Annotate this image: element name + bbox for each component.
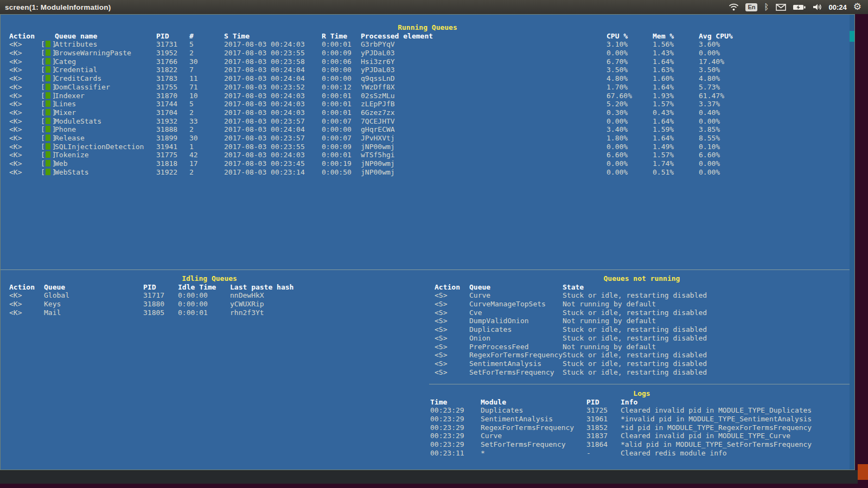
row-cpu: 0.00% (607, 49, 653, 57)
green-bar-icon (46, 100, 50, 107)
logs-title: Logs (429, 389, 854, 398)
row-time: 00:23:29 (430, 440, 481, 449)
row-s-time: 2017-08-03 00:24:04 (224, 74, 322, 83)
row-action: <S> (435, 291, 469, 300)
scrollbar-thumb[interactable] (850, 31, 854, 42)
row-count: 2 (189, 49, 224, 57)
not-running-queue-row: <S> Cve Stuck or idle, restarting disabl… (429, 309, 854, 317)
bluetooth-icon[interactable]: ᛒ (764, 2, 769, 12)
mail-icon[interactable] (776, 2, 786, 12)
row-idle-time: 0:00:00 (178, 300, 230, 309)
row-mem: 1.57% (653, 100, 699, 108)
idling-queues-section: Idling Queues Action Queue PID Idle Time… (1, 274, 418, 317)
row-processed-element: 02sSzMLu (361, 92, 607, 100)
green-bar-icon (46, 151, 50, 158)
session-gear-icon[interactable]: ⚙ (853, 2, 861, 12)
row-avg-cpu: 3.37% (699, 100, 720, 108)
green-bar-icon (46, 49, 50, 56)
row-pid: 31725 (586, 406, 621, 415)
row-pid: 31783 (156, 74, 189, 83)
row-action: <K> (9, 300, 44, 309)
row-mem: 0.43% (653, 108, 699, 117)
green-bar-icon (46, 134, 50, 141)
queue-buffer-indicator: [] (41, 57, 55, 66)
bracket-open: [ (41, 40, 45, 48)
row-avg-cpu: 6.60% (699, 151, 720, 159)
row-state: Stuck or idle, restarting disabled (563, 368, 707, 377)
row-processed-element: zLEpPJfB (361, 100, 607, 108)
row-action: <K> (9, 108, 41, 117)
row-queue-name: CreditCards (55, 74, 156, 83)
window-title: screen(1: ModuleInformation) (0, 3, 111, 11)
row-avg-cpu: 0.00% (699, 49, 720, 57)
row-mem: 1.64% (653, 83, 699, 92)
row-cpu: 0.00% (607, 143, 653, 151)
row-queue-name: Lines (55, 100, 156, 108)
row-queue: Onion (469, 334, 563, 343)
row-queue-name: BrowseWarningPaste (55, 49, 156, 57)
row-state: Stuck or idle, restarting disabled (563, 325, 707, 334)
not-running-queue-row: <S> Duplicates Stuck or idle, restarting… (429, 325, 854, 334)
row-s-time: 2017-08-03 00:24:03 (224, 40, 322, 49)
queues-not-running-rows: <S> Curve Stuck or idle, restarting disa… (429, 291, 854, 376)
queue-buffer-indicator: [] (41, 151, 55, 159)
queue-buffer-indicator: [] (41, 40, 55, 49)
row-avg-cpu: 0.40% (699, 108, 720, 117)
row-processed-element: Hsi3zr6Y (361, 57, 607, 66)
volume-icon[interactable] (813, 2, 822, 12)
row-idle-time: 0:00:01 (178, 309, 230, 317)
row-count: 1 (189, 143, 224, 151)
row-state: Stuck or idle, restarting disabled (563, 351, 707, 359)
row-pid: 31818 (156, 159, 189, 168)
row-pid: 31852 (586, 423, 621, 432)
wifi-icon[interactable] (729, 2, 739, 12)
row-count: 5 (189, 40, 224, 49)
row-count: 2 (189, 125, 224, 134)
row-action: <S> (435, 300, 469, 309)
col-header-info: Info (621, 398, 637, 407)
row-action: <K> (9, 143, 41, 151)
col-header-s-time: S Time (224, 32, 322, 41)
row-processed-element: 7QCEJHTV (361, 117, 607, 126)
row-last-paste-hash: yCWUXRip (230, 300, 264, 309)
queue-buffer-indicator: [] (41, 100, 55, 108)
row-r-time: 0:00:19 (322, 159, 361, 168)
row-cpu: 1.70% (607, 83, 653, 92)
row-action: <K> (9, 151, 41, 159)
bracket-open: [ (41, 143, 45, 151)
row-time: 00:23:29 (430, 423, 481, 432)
queue-buffer-indicator: [] (41, 117, 55, 126)
panel-clock[interactable]: 00:24 (829, 3, 847, 11)
row-r-time: 0:00:00 (322, 66, 361, 74)
row-count: 5 (189, 100, 224, 108)
row-count: 42 (189, 151, 224, 159)
row-avg-cpu: 0.00% (699, 168, 720, 177)
row-queue-name: Mixer (55, 108, 156, 117)
row-pid: 31717 (143, 291, 178, 300)
logs-section: Logs Time Module PID Info 00:23:29 Dupli… (429, 389, 854, 458)
not-running-queue-row: <S> RegexForTermsFrequency Stuck or idle… (429, 351, 854, 359)
keyboard-layout-indicator[interactable]: En (745, 3, 757, 11)
log-row: 00:23:29 RegexForTermsFrequency 31852 *i… (429, 423, 854, 432)
running-queue-row: <K> [] Tokenize 31775 42 2017-08-03 00:2… (1, 151, 854, 159)
row-state: Not running by default (563, 300, 656, 309)
row-pid: 31766 (156, 57, 189, 66)
row-mem: 1.64% (653, 117, 699, 126)
row-mem: 0.51% (653, 168, 699, 177)
battery-icon[interactable] (793, 2, 806, 12)
green-bar-icon (46, 169, 50, 175)
scrollbar-track[interactable] (850, 15, 854, 470)
row-state: Stuck or idle, restarting disabled (563, 359, 707, 368)
row-pid: 31864 (586, 440, 621, 449)
row-info: *id pid in MODULE_TYPE_RegexForTermsFreq… (621, 423, 812, 432)
row-mem: 1.64% (653, 57, 699, 66)
running-queue-row: <K> [] Phone 31888 2 2017-08-03 00:24:04… (1, 125, 854, 134)
row-action: <K> (9, 100, 41, 108)
row-queue-name: Release (55, 134, 156, 143)
col-header-module: Module (481, 398, 586, 407)
row-action: <S> (435, 309, 469, 317)
row-s-time: 2017-08-03 00:23:55 (224, 143, 322, 151)
row-module: SetForTermsFrequency (481, 440, 586, 449)
row-count: 7 (189, 66, 224, 74)
terminal-screen[interactable]: Running Queues Action Queue name PID # S… (0, 14, 855, 470)
